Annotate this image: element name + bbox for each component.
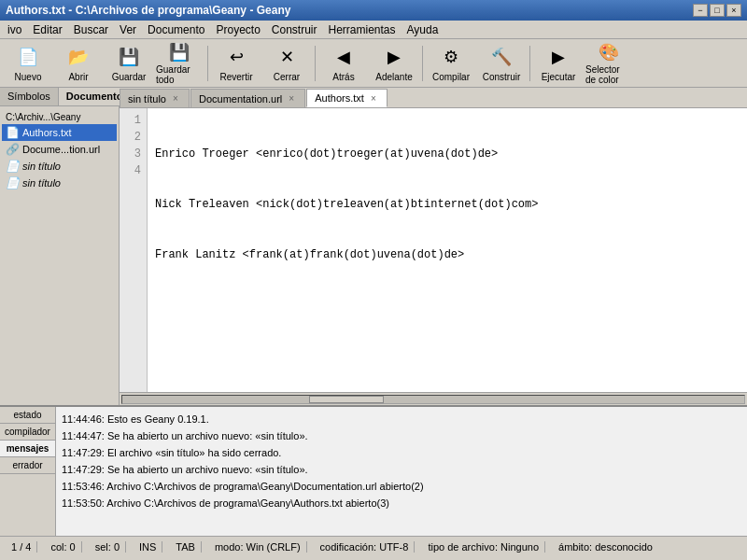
toolbar-btn-selector-color[interactable]: 🎨 Selector de color — [585, 42, 633, 85]
menu-item-construir[interactable]: Construir — [266, 21, 323, 38]
toolbar-btn-construir[interactable]: 🔨 Construir — [477, 42, 526, 85]
menu-item-buscar[interactable]: Buscar — [68, 21, 114, 38]
file-icon: 📄 — [6, 176, 20, 189]
toolbar-btn-abrir[interactable]: 📂 Abrir — [54, 42, 103, 85]
construir-label: Construir — [483, 72, 521, 82]
code-line-3: Frank Lanitz <frank(at)frank(dot)uvena(d… — [155, 246, 740, 263]
tab-label: sin título — [128, 93, 166, 105]
sidebar-file-sintitulo1[interactable]: 📄 sin título — [2, 158, 117, 175]
menu-item-proyecto[interactable]: Proyecto — [210, 21, 265, 38]
title-text: Authors.txt - C:\Archivos de programa\Ge… — [6, 4, 290, 17]
minimize-button[interactable]: − — [693, 4, 708, 17]
tab-label: Authors.txt — [315, 92, 364, 104]
log-line-3: 11:47:29: El archivo «sin título» ha sid… — [62, 444, 741, 461]
status-encoding: codificación: UTF-8 — [315, 541, 416, 553]
toolbar-btn-nuevo[interactable]: 📄 Nuevo — [4, 42, 52, 85]
selector-color-label: Selector de color — [585, 64, 632, 85]
revertir-label: Revertir — [219, 72, 252, 82]
toolbar-btn-cerrar[interactable]: ✕ Cerrar — [262, 42, 311, 85]
sidebar-content: C:\Archiv...\Geany 📄 Authors.txt 🔗 Docum… — [0, 106, 119, 195]
menu-item-ivo[interactable]: ivo — [2, 21, 27, 38]
sidebar-path: C:\Archiv...\Geany — [2, 110, 117, 124]
log-tab-estado[interactable]: estado — [0, 407, 55, 424]
revertir-icon: ↩ — [223, 44, 249, 70]
scrollbar-track[interactable] — [121, 395, 745, 404]
guardar-icon: 💾 — [116, 44, 142, 70]
sidebar-tabs: Símbolos Documentos — [0, 88, 119, 106]
tab-authors[interactable]: Authors.txt × — [306, 89, 388, 107]
sidebar: Símbolos Documentos C:\Archiv...\Geany 📄… — [0, 88, 120, 405]
code-line-4 — [155, 297, 740, 314]
log-tab-mensajes[interactable]: mensajes — [0, 441, 55, 457]
toolbar-separator — [529, 46, 530, 81]
code-line-1: Enrico Troeger <enrico(dot)troeger(at)uv… — [155, 146, 740, 162]
file-icon: 🔗 — [6, 143, 20, 156]
scrollbar-thumb[interactable] — [309, 396, 384, 403]
tab-close-icon[interactable]: × — [170, 93, 181, 105]
menu-item-editar[interactable]: Editar — [27, 21, 67, 38]
toolbar-btn-guardar-todo[interactable]: 💾 Guardar todo — [155, 42, 204, 85]
toolbar-btn-compilar[interactable]: ⚙ Compilar — [427, 42, 475, 85]
toolbar-btn-guardar[interactable]: 💾 Guardar — [105, 42, 153, 85]
nuevo-label: Nuevo — [15, 72, 42, 82]
file-icon: 📄 — [6, 126, 20, 139]
atras-icon: ◀ — [331, 44, 357, 70]
menu-item-documento[interactable]: Documento — [142, 21, 210, 38]
window-controls: − □ × — [693, 4, 741, 17]
menu-item-ayuda[interactable]: Ayuda — [402, 21, 444, 38]
status-sel: sel: 0 — [90, 541, 126, 553]
tab-label: Documentation.url — [199, 93, 282, 105]
menu-bar: ivoEditarBuscarVerDocumentoProyectoConst… — [0, 21, 747, 39]
abrir-icon: 📂 — [65, 44, 92, 70]
atras-label: Atrás — [332, 72, 354, 82]
log-tab-compilador[interactable]: compilador — [0, 424, 55, 441]
tab-close-icon[interactable]: × — [368, 92, 379, 104]
compilar-icon: ⚙ — [438, 44, 464, 70]
sidebar-file-label: Docume...tion.url — [22, 144, 100, 155]
menu-item-herramientas[interactable]: Herramientas — [323, 21, 402, 38]
horizontal-scrollbar[interactable] — [120, 392, 747, 405]
line-num-4: 4 — [121, 162, 145, 179]
guardar-label: Guardar — [112, 72, 147, 82]
toolbar: 📄 Nuevo 📂 Abrir 💾 Guardar 💾 Guardar todo… — [0, 39, 747, 88]
close-button[interactable]: × — [726, 4, 741, 17]
toolbar-separator — [207, 46, 208, 81]
status-line: 1 / 4 — [6, 541, 37, 553]
ejecutar-icon: ▶ — [545, 44, 571, 70]
toolbar-btn-adelante[interactable]: ▶ Adelante — [370, 42, 418, 85]
tab-close-icon[interactable]: × — [286, 93, 297, 105]
line-numbers: 1 2 3 4 — [120, 108, 148, 392]
log-tab-errador[interactable]: errador — [0, 457, 55, 474]
maximize-button[interactable]: □ — [710, 4, 725, 17]
status-bar: 1 / 4 col: 0 sel: 0 INS TAB modo: Win (C… — [0, 536, 747, 556]
status-scope: ámbito: desconocido — [553, 541, 658, 553]
cerrar-icon: ✕ — [274, 44, 300, 70]
code-line-2: Nick Treleaven <nick(dot)treleaven(at)bt… — [155, 196, 740, 213]
log-content: 11:44:46: Esto es Geany 0.19.1. 11:44:47… — [56, 407, 747, 536]
guardar-todo-label: Guardar todo — [156, 64, 203, 85]
sidebar-file-authors[interactable]: 📄 Authors.txt — [2, 124, 117, 141]
toolbar-btn-ejecutar[interactable]: ▶ Ejecutar — [534, 42, 583, 85]
code-content[interactable]: Enrico Troeger <enrico(dot)troeger(at)uv… — [148, 108, 747, 392]
line-num-2: 2 — [121, 129, 145, 146]
adelante-label: Adelante — [375, 72, 412, 82]
sidebar-tab-simbolos[interactable]: Símbolos — [0, 88, 59, 105]
sidebar-file-documentation[interactable]: 🔗 Docume...tion.url — [2, 141, 117, 158]
status-filetype: tipo de archivo: Ninguno — [422, 541, 545, 553]
abrir-label: Abrir — [68, 72, 88, 82]
cerrar-label: Cerrar — [274, 72, 300, 82]
menu-item-ver[interactable]: Ver — [114, 21, 142, 38]
sidebar-file-label: sin título — [22, 177, 61, 189]
toolbar-btn-atras[interactable]: ◀ Atrás — [319, 42, 368, 85]
editor-area: sin título × Documentation.url × Authors… — [120, 88, 747, 405]
adelante-icon: ▶ — [381, 44, 407, 70]
toolbar-btn-revertir[interactable]: ↩ Revertir — [212, 42, 261, 85]
tab-sintitulo[interactable]: sin título × — [120, 89, 190, 107]
code-editor: 1 2 3 4 Enrico Troeger <enrico(dot)troeg… — [120, 108, 747, 392]
log-line-4: 11:47:29: Se ha abierto un archivo nuevo… — [62, 461, 741, 478]
log-line-1: 11:44:46: Esto es Geany 0.19.1. — [62, 411, 741, 427]
tab-documentation[interactable]: Documentation.url × — [190, 89, 305, 107]
log-area: estado compilador mensajes errador 11:44… — [0, 405, 747, 536]
sidebar-file-sintitulo2[interactable]: 📄 sin título — [2, 175, 117, 191]
nuevo-icon: 📄 — [15, 44, 41, 70]
